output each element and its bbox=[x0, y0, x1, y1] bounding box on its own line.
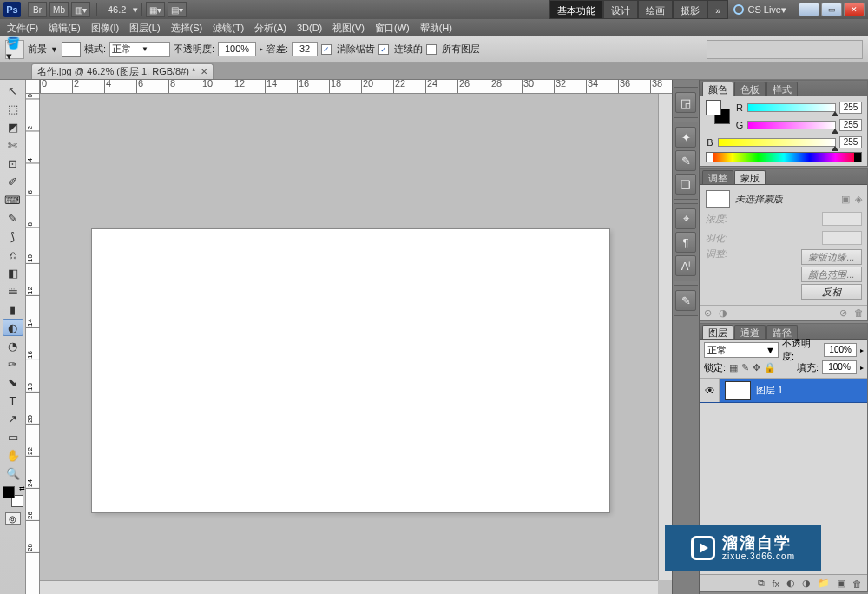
mask-load-icon[interactable]: ⊙ bbox=[704, 307, 712, 319]
lock-pixels-icon[interactable]: ✎ bbox=[741, 362, 749, 373]
extras-icon[interactable]: ▤▾ bbox=[168, 2, 187, 17]
type-tool[interactable]: T bbox=[3, 392, 23, 409]
workspace-tab-essentials[interactable]: 基本功能 bbox=[549, 0, 603, 19]
lock-transparent-icon[interactable]: ▦ bbox=[729, 362, 738, 373]
document-tab[interactable]: 名作.jpg @ 46.2% (图层 1, RGB/8#) * ✕ bbox=[31, 63, 214, 79]
dock-actions-icon[interactable]: ✎ bbox=[675, 150, 696, 171]
opacity-input[interactable]: 100% bbox=[218, 42, 256, 56]
menu-window[interactable]: 窗口(W) bbox=[370, 19, 415, 36]
dock-info-icon[interactable]: ❏ bbox=[675, 174, 696, 195]
antialias-checkbox[interactable]: ✓ bbox=[321, 44, 332, 55]
pen-tool[interactable]: ✑ bbox=[3, 355, 23, 373]
history-brush-tool[interactable]: ⎌ bbox=[3, 246, 23, 263]
tab-color[interactable]: 颜色 bbox=[702, 82, 733, 96]
dock-paragraph-icon[interactable]: ¶ bbox=[675, 232, 696, 253]
visibility-toggle[interactable]: 👁 bbox=[700, 379, 720, 402]
zoom-tool[interactable]: 🔍 bbox=[3, 465, 23, 482]
menu-filter[interactable]: 滤镜(T) bbox=[207, 19, 249, 36]
gradient-tool[interactable]: ⩸ bbox=[3, 282, 23, 300]
b-value[interactable]: 255 bbox=[839, 136, 862, 148]
crop-tool[interactable]: ⊡ bbox=[3, 155, 23, 172]
quick-mask-toggle[interactable]: ◎ bbox=[5, 512, 21, 525]
layer-thumbnail[interactable] bbox=[725, 381, 751, 400]
lock-position-icon[interactable]: ✥ bbox=[753, 362, 760, 373]
eyedropper-tool[interactable]: ✐ bbox=[3, 173, 23, 190]
quick-select-tool[interactable]: ✄ bbox=[3, 136, 23, 154]
minimize-button[interactable]: — bbox=[799, 3, 819, 16]
layer-row[interactable]: 👁 图层 1 bbox=[700, 379, 867, 403]
scrollbar-horizontal[interactable] bbox=[40, 580, 658, 594]
tab-masks[interactable]: 蒙版 bbox=[734, 170, 766, 184]
layer-name[interactable]: 图层 1 bbox=[756, 384, 783, 397]
dock-history-icon[interactable]: ✦ bbox=[675, 127, 696, 148]
menu-3d[interactable]: 3D(D) bbox=[292, 19, 327, 36]
tab-adjustments[interactable]: 调整 bbox=[702, 170, 733, 184]
all-layers-checkbox[interactable] bbox=[426, 44, 437, 55]
blur-tool[interactable]: ▮ bbox=[3, 300, 23, 318]
menu-edit[interactable]: 编辑(E) bbox=[43, 19, 86, 36]
delete-layer-icon[interactable]: 🗑 bbox=[852, 578, 862, 589]
workspace-tab-design[interactable]: 设计 bbox=[603, 0, 638, 19]
dock-styles-icon[interactable]: Aᴵ bbox=[675, 255, 696, 276]
screen-mode-icon[interactable]: ▥▾ bbox=[71, 2, 90, 17]
tab-swatches[interactable]: 色板 bbox=[734, 82, 766, 96]
mask-edge-button[interactable]: 蒙版边缘... bbox=[801, 249, 862, 265]
close-button[interactable]: ✕ bbox=[844, 3, 865, 16]
eraser-tool[interactable]: ◧ bbox=[3, 264, 23, 281]
maximize-button[interactable]: ▭ bbox=[821, 3, 842, 16]
panel-color-swatch[interactable] bbox=[706, 100, 730, 124]
path-tool[interactable]: ⬊ bbox=[3, 373, 23, 391]
workspace-more[interactable]: » bbox=[707, 0, 728, 19]
blend-mode-select-layers[interactable]: 正常▼ bbox=[704, 342, 779, 358]
layer-opacity-input[interactable]: 100% bbox=[824, 343, 857, 357]
bucket-tool[interactable]: ◐ bbox=[3, 319, 23, 336]
g-slider[interactable] bbox=[747, 121, 836, 129]
pattern-swatch[interactable] bbox=[62, 42, 81, 57]
color-range-button[interactable]: 颜色范围... bbox=[801, 267, 862, 282]
workspace-tab-photo[interactable]: 摄影 bbox=[673, 0, 707, 19]
options-panel-dock[interactable] bbox=[707, 40, 863, 59]
bridge-icon[interactable]: Br bbox=[28, 2, 47, 17]
dock-navigator-icon[interactable]: ◲ bbox=[675, 92, 696, 113]
mask-thumbnail[interactable] bbox=[706, 190, 730, 208]
scrollbar-vertical[interactable] bbox=[658, 94, 672, 580]
cslive-button[interactable]: CS Live▾ bbox=[733, 4, 786, 16]
menu-file[interactable]: 文件(F) bbox=[2, 19, 43, 36]
direct-select-tool[interactable]: ↗ bbox=[3, 410, 23, 427]
group-icon[interactable]: 📁 bbox=[818, 578, 830, 589]
layer-fx-icon[interactable]: fx bbox=[772, 578, 779, 589]
spectrum-ramp[interactable] bbox=[706, 152, 862, 162]
ruler-origin[interactable] bbox=[26, 80, 40, 94]
mask-apply-icon[interactable]: ◑ bbox=[719, 307, 727, 319]
minibridge-icon[interactable]: Mb bbox=[49, 2, 69, 17]
stamp-tool[interactable]: ⟆ bbox=[3, 228, 23, 245]
swap-colors-icon[interactable]: ⇄ bbox=[19, 485, 25, 492]
menu-help[interactable]: 帮助(H) bbox=[415, 19, 457, 36]
blend-mode-select[interactable]: 正常▼ bbox=[109, 42, 170, 57]
menu-view[interactable]: 视图(V) bbox=[327, 19, 370, 36]
arrange-icon[interactable]: ▦▾ bbox=[146, 2, 165, 17]
pixel-mask-icon[interactable]: ▣ bbox=[841, 194, 850, 205]
move-tool[interactable]: ↖ bbox=[3, 82, 23, 99]
close-tab-icon[interactable]: ✕ bbox=[201, 67, 207, 76]
zoom-level[interactable]: 46.2 bbox=[101, 4, 133, 15]
shape-tool[interactable]: ▭ bbox=[3, 428, 23, 446]
menu-image[interactable]: 图像(I) bbox=[86, 19, 124, 36]
foreground-color[interactable] bbox=[3, 486, 15, 498]
tab-styles[interactable]: 样式 bbox=[766, 82, 798, 96]
tolerance-input[interactable]: 32 bbox=[292, 42, 318, 56]
canvas[interactable] bbox=[92, 229, 609, 512]
link-layers-icon[interactable]: ⧉ bbox=[758, 578, 765, 589]
menu-analysis[interactable]: 分析(A) bbox=[249, 19, 292, 36]
lock-all-icon[interactable]: 🔒 bbox=[764, 362, 776, 373]
tab-channels[interactable]: 通道 bbox=[734, 325, 766, 339]
lasso-tool[interactable]: ◩ bbox=[3, 118, 23, 135]
marquee-tool[interactable]: ⬚ bbox=[3, 100, 23, 117]
r-slider[interactable] bbox=[747, 103, 836, 112]
workspace-tab-painting[interactable]: 绘画 bbox=[638, 0, 673, 19]
dock-character-icon[interactable]: ⌖ bbox=[675, 208, 696, 229]
new-layer-icon[interactable]: ▣ bbox=[837, 578, 845, 589]
mask-delete-icon[interactable]: 🗑 bbox=[854, 307, 864, 319]
fill-input[interactable]: 100% bbox=[822, 360, 857, 374]
r-value[interactable]: 255 bbox=[839, 102, 862, 114]
